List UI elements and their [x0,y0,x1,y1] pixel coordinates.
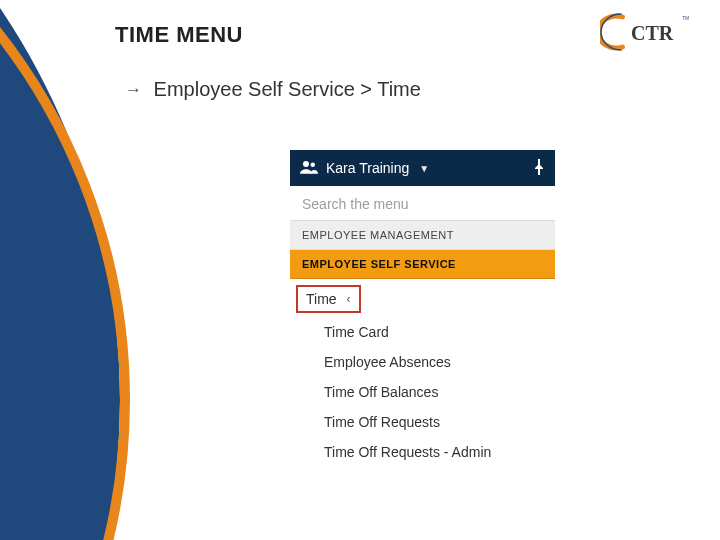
page-title: TIME MENU [115,22,243,48]
menu-subitem[interactable]: Employee Absences [290,347,555,377]
menu-subitem[interactable]: Time Card [290,317,555,347]
svg-point-3 [311,162,316,167]
menu-subitem[interactable]: Time Off Requests [290,407,555,437]
svg-text:CTR: CTR [631,22,674,44]
search-input[interactable]: Search the menu [290,186,555,220]
svg-text:TM: TM [683,16,690,21]
breadcrumb-text: Employee Self Service > Time [154,78,421,100]
menu-subitem[interactable]: Time Off Balances [290,377,555,407]
user-name: Kara Training [326,160,409,176]
category-employee-management[interactable]: EMPLOYEE MANAGEMENT [290,220,555,250]
people-icon [300,160,318,177]
user-bar[interactable]: Kara Training ▼ [290,150,555,186]
menu-subitem[interactable]: Time Off Requests - Admin [290,437,555,467]
pin-icon[interactable] [533,159,545,178]
menu-panel: Kara Training ▼ Search the menu EMPLOYEE… [290,150,555,467]
menu-item-time[interactable]: Time ‹ [296,285,361,313]
chevron-down-icon: ▼ [419,163,429,174]
ctr-logo: CTR TM [600,12,690,52]
menu-item-time-label: Time [306,291,337,307]
svg-point-2 [303,161,309,167]
chevron-left-icon: ‹ [347,292,351,306]
breadcrumb: → Employee Self Service > Time [125,78,421,101]
category-employee-self-service[interactable]: EMPLOYEE SELF SERVICE [290,250,555,279]
arrow-icon: → [125,80,142,100]
